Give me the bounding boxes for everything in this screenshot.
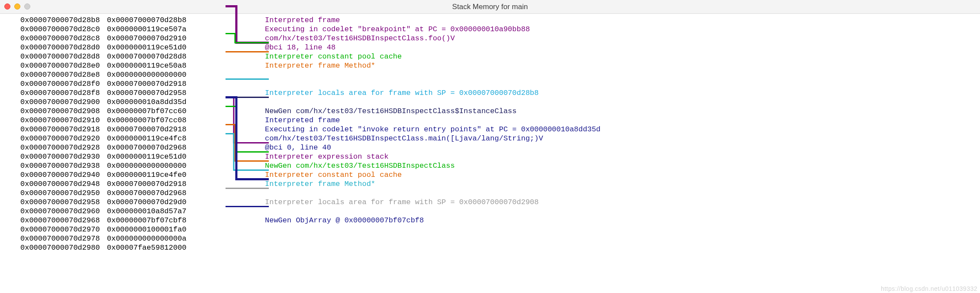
annotation-cell: Interpreter expression stack [218, 152, 389, 161]
address-cell: 0x00007000070d2968 [0, 216, 107, 225]
annotation-cell: Executing in codelet "breakpoint" at PC … [218, 25, 530, 34]
address-cell: 0x00007000070d28c8 [0, 34, 107, 43]
value-cell: 0x0000000119ce4fe0 [107, 170, 205, 179]
address-cell: 0x00007000070d2938 [0, 161, 107, 170]
annotation-cell: Interpreter locals area for frame with S… [218, 88, 539, 98]
value-cell: 0x00007fae59812000 [107, 243, 205, 252]
annotation-cell [218, 189, 265, 198]
stack-row: 0x00007000070d29200x0000000119ce4fc8com/… [0, 134, 980, 143]
stack-row: 0x00007000070d28f80x00007000070d2958Inte… [0, 88, 980, 98]
stack-row: 0x00007000070d29500x00007000070d2968 [0, 189, 980, 198]
stack-row: 0x00007000070d29180x00007000070d2918Exec… [0, 125, 980, 134]
value-cell: 0x0000000000000000 [107, 161, 205, 170]
address-cell: 0x00007000070d2958 [0, 198, 107, 207]
annotation-cell: Interpreter constant pool cache [218, 170, 402, 179]
line-gutter [205, 189, 218, 198]
zoom-button[interactable] [24, 3, 30, 10]
annotation-cell [218, 225, 265, 234]
stack-row: 0x00007000070d29600x000000010a8d57a7 [0, 207, 980, 216]
value-cell: 0x000000000000000a [107, 234, 205, 243]
stack-row: 0x00007000070d28e80x0000000000000000 [0, 70, 980, 79]
stack-row: 0x00007000070d28e00x0000000119ce50a8Inte… [0, 61, 980, 70]
line-gutter [205, 207, 218, 216]
value-cell: 0x00000007bf07cc08 [107, 116, 205, 125]
line-gutter [205, 16, 218, 25]
annotation-cell: Executing in codelet "invoke return entr… [218, 125, 600, 134]
annotation-cell: @bci 18, line 48 [218, 43, 335, 52]
stack-row: 0x00007000070d28d00x0000000119ce51d0@bci… [0, 43, 980, 52]
address-cell: 0x00007000070d2928 [0, 143, 107, 152]
address-cell: 0x00007000070d2970 [0, 225, 107, 234]
annotation-cell: @bci 0, line 40 [218, 143, 331, 152]
line-gutter [205, 234, 218, 243]
address-cell: 0x00007000070d2908 [0, 107, 107, 116]
annotation-cell [218, 98, 265, 107]
annotation-cell [218, 70, 265, 79]
line-gutter [205, 170, 218, 179]
address-cell: 0x00007000070d2918 [0, 125, 107, 134]
line-gutter [205, 243, 218, 252]
stack-row: 0x00007000070d28c80x00007000070d2910com/… [0, 34, 980, 43]
annotation-cell: com/hx/test03/Test16HSDBInspectClass.foo… [218, 34, 455, 43]
line-gutter [205, 216, 218, 225]
stack-row: 0x00007000070d29700x0000000100001fa0 [0, 225, 980, 234]
value-cell: 0x000000010a8d57a7 [107, 207, 205, 216]
value-cell: 0x00007000070d2910 [107, 34, 205, 43]
value-cell: 0x00000007bf07cc60 [107, 107, 205, 116]
value-cell: 0x0000000119ce50a8 [107, 61, 205, 70]
stack-row: 0x00007000070d28b80x00007000070d28b8Inte… [0, 16, 980, 25]
line-gutter [205, 79, 218, 88]
minimize-button[interactable] [14, 3, 20, 10]
address-cell: 0x00007000070d2948 [0, 179, 107, 189]
value-cell: 0x00007000070d28d8 [107, 52, 205, 61]
stack-memory-content: 0x00007000070d28b80x00007000070d28b8Inte… [0, 14, 980, 252]
value-cell: 0x00007000070d2968 [107, 143, 205, 152]
annotation-cell [218, 79, 265, 88]
value-cell: 0x00007000070d2918 [107, 179, 205, 189]
close-button[interactable] [4, 3, 10, 10]
stack-row: 0x00007000070d29300x0000000119ce51d0Inte… [0, 152, 980, 161]
value-cell: 0x0000000119ce4fc8 [107, 134, 205, 143]
address-cell: 0x00007000070d28d0 [0, 43, 107, 52]
line-gutter [205, 134, 218, 143]
annotation-cell: Interpreted frame [218, 116, 340, 125]
annotation-cell: Interpreter constant pool cache [218, 52, 402, 61]
address-cell: 0x00007000070d28d8 [0, 52, 107, 61]
line-gutter [205, 152, 218, 161]
address-cell: 0x00007000070d28e0 [0, 61, 107, 70]
annotation-cell: Interpreted frame [218, 16, 340, 25]
address-cell: 0x00007000070d2980 [0, 243, 107, 252]
value-cell: 0x00000007bf07cbf8 [107, 216, 205, 225]
line-gutter [205, 179, 218, 189]
stack-row: 0x00007000070d29680x00000007bf07cbf8NewG… [0, 216, 980, 225]
annotation-cell: NewGen com/hx/test03/Test16HSDBInspectCl… [218, 161, 455, 170]
window-title: Stack Memory for main [0, 3, 980, 11]
stack-row: 0x00007000070d29400x0000000119ce4fe0Inte… [0, 170, 980, 179]
address-cell: 0x00007000070d2978 [0, 234, 107, 243]
annotation-cell: Interpreter frame Method* [218, 61, 375, 70]
stack-row: 0x00007000070d29000x000000010a8dd35d [0, 98, 980, 107]
line-gutter [205, 43, 218, 52]
address-cell: 0x00007000070d2940 [0, 170, 107, 179]
line-gutter [205, 25, 218, 34]
line-gutter [205, 161, 218, 170]
address-cell: 0x00007000070d28f0 [0, 79, 107, 88]
stack-row: 0x00007000070d29580x00007000070d29d0Inte… [0, 198, 980, 207]
stack-row: 0x00007000070d28c00x0000000119ce507aExec… [0, 25, 980, 34]
annotation-cell: NewGen com/hx/test03/Test16HSDBInspectCl… [218, 107, 517, 116]
value-cell: 0x00007000070d2958 [107, 88, 205, 98]
traffic-lights [4, 3, 30, 10]
annotation-cell: com/hx/test03/Test16HSDBInspectClass.mai… [218, 134, 543, 143]
line-gutter [205, 143, 218, 152]
line-gutter [205, 125, 218, 134]
stack-row: 0x00007000070d29380x0000000000000000NewG… [0, 161, 980, 170]
line-gutter [205, 70, 218, 79]
address-cell: 0x00007000070d2960 [0, 207, 107, 216]
annotation-cell [218, 243, 265, 252]
value-cell: 0x000000010a8dd35d [107, 98, 205, 107]
annotation-cell: Interpreter frame Method* [218, 179, 375, 189]
address-cell: 0x00007000070d28e8 [0, 70, 107, 79]
address-cell: 0x00007000070d2920 [0, 134, 107, 143]
value-cell: 0x0000000000000000 [107, 70, 205, 79]
window-titlebar: Stack Memory for main [0, 0, 980, 14]
